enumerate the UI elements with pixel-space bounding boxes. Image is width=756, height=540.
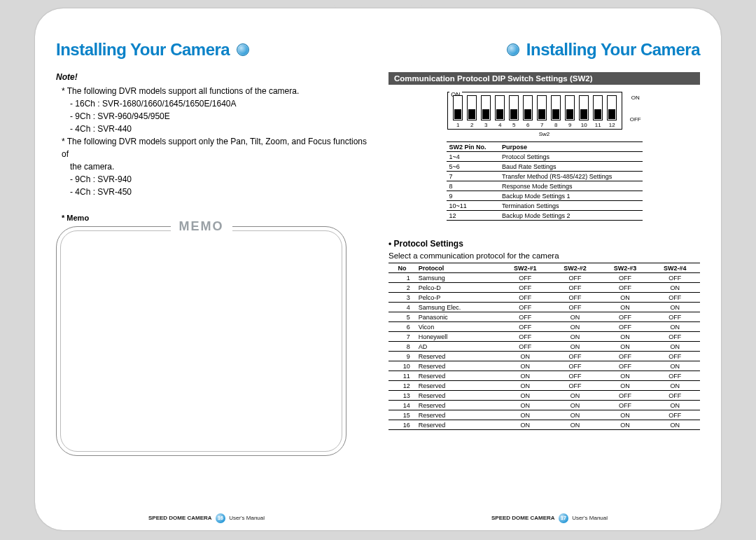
sw2-table: SW2 Pin No.Purpose 1~4Protocol Settings5… bbox=[447, 141, 643, 221]
right-page: Installing Your Camera Communication Pro… bbox=[388, 40, 700, 492]
model-line: - 4Ch : SVR-450 bbox=[62, 186, 368, 198]
orb-icon bbox=[237, 43, 249, 56]
footer-product: SPEED DOME CAMERA bbox=[491, 515, 555, 521]
note-line: * The following DVR models support only … bbox=[62, 135, 368, 160]
page-number: 16 bbox=[216, 513, 225, 523]
note-heading: Note! bbox=[56, 72, 368, 82]
footer: SPEED DOME CAMERA 16 User's Manual SPEED… bbox=[35, 513, 721, 523]
dip-diagram: ON 123456789101112 ON OFF Sw2 bbox=[388, 92, 700, 137]
orb-icon bbox=[507, 43, 519, 56]
page-spread: Installing Your Camera Note! * The follo… bbox=[35, 8, 721, 530]
right-title-row: Installing Your Camera bbox=[388, 40, 700, 60]
left-title-row: Installing Your Camera bbox=[56, 40, 368, 60]
footer-manual: User's Manual bbox=[572, 515, 608, 521]
right-title: Installing Your Camera bbox=[526, 40, 700, 60]
note-body: * The following DVR models support all f… bbox=[62, 85, 368, 198]
model-line: - 4Ch : SVR-440 bbox=[62, 123, 368, 135]
dip-side-on: ON bbox=[630, 95, 641, 101]
footer-manual: User's Manual bbox=[229, 515, 265, 521]
model-line: - 9Ch : SVR-960/945/950E bbox=[62, 110, 368, 123]
model-line: - 9Ch : SVR-940 bbox=[62, 173, 368, 186]
protocol-desc: Select a communication protocol for the … bbox=[388, 251, 700, 260]
memo-box: MEMO bbox=[56, 226, 346, 456]
protocol-heading: • Protocol Settings bbox=[388, 239, 700, 249]
dip-side-off: OFF bbox=[630, 116, 641, 123]
footer-product: SPEED DOME CAMERA bbox=[148, 515, 212, 521]
protocol-table: NoProtocolSW2-#1SW2-#2SW2-#3SW2-#4 1Sams… bbox=[388, 263, 700, 430]
section-heading: Communication Protocol DIP Switch Settin… bbox=[388, 72, 700, 85]
note-line: the camera. bbox=[62, 160, 368, 173]
note-line: * The following DVR models support all f… bbox=[62, 85, 368, 97]
page-number: 17 bbox=[559, 513, 568, 523]
left-title: Installing Your Camera bbox=[56, 40, 230, 60]
dip-caption: Sw2 bbox=[388, 131, 700, 137]
model-line: - 16Ch : SVR-1680/1660/1645/1650E/1640A bbox=[62, 97, 368, 110]
memo-box-title: MEMO bbox=[171, 219, 232, 234]
left-page: Installing Your Camera Note! * The follo… bbox=[56, 40, 368, 492]
